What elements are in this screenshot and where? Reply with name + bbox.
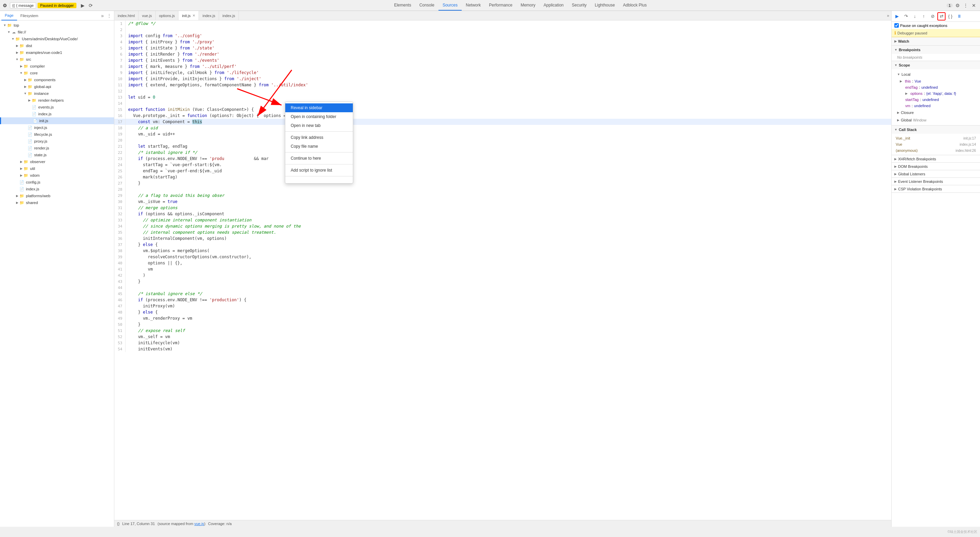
code-line-26: 26 mark(startTag) [114,174,891,180]
sidebar-tab-page[interactable]: Page [2,11,17,21]
ctx-item-reveal[interactable]: Reveal in sidebar [285,103,353,112]
ctx-item-copy-link[interactable]: Copy link address [285,133,353,142]
scope-local-row[interactable]: ▼ Local [894,71,977,78]
tree-item-platforms[interactable]: ▶ 📁 platforms/web [0,192,114,199]
tree-item-init-js[interactable]: ▶ 📄 init.js [0,118,114,124]
tree-item-shared[interactable]: ▶ 📁 shared [0,199,114,206]
close-tab-init-js[interactable]: ✕ [192,14,195,17]
tree-item-users[interactable]: ▼ 📁 Users/admin/Desktop/VueCode/ [0,35,114,42]
tree-item-proxy-js[interactable]: ▶ 📄 proxy.js [0,138,114,145]
code-tab-index-html[interactable]: index.html [114,11,138,21]
breakpoints-header[interactable]: ▼ Breakpoints [892,46,980,54]
step-out-btn[interactable]: ↑ [920,12,928,21]
close-devtools-icon[interactable]: ✕ [970,2,977,9]
skip-button[interactable]: ⟳ [88,2,94,9]
js-file-icon-render: 📄 [27,145,33,151]
tree-item-index-js-instance[interactable]: ▶ 📄 index.js [0,111,114,118]
resume-button[interactable]: ▶ [79,2,86,9]
tree-label-platforms: platforms/web [26,194,51,198]
sidebar-menu-btn[interactable]: ⋮ [106,13,113,18]
xhr-breakpoints-section[interactable]: ▶ XHR/fetch Breakpoints [892,155,980,163]
tab-sources[interactable]: Sources [439,0,462,11]
tab-network[interactable]: Network [462,0,485,11]
code-tab-options-js[interactable]: options.js [156,11,178,21]
code-tab-vue-js[interactable]: vue.js [138,11,156,21]
settings-icon[interactable]: ⚙ [954,2,961,9]
pause-btn[interactable]: ⏸ [955,12,963,21]
step-into-btn[interactable]: ↓ [911,12,919,21]
tree-item-util[interactable]: ▶ 📁 util [0,165,114,172]
ctx-item-copy-name[interactable]: Copy file name [285,142,353,151]
tree-item-inject-js[interactable]: ▶ 📄 inject.js [0,124,114,131]
code-line-54: 54 initEvents(vm) [114,346,891,352]
step-over-btn[interactable]: ↷ [902,12,910,21]
tab-security[interactable]: Security [568,0,591,11]
code-line-33: 33 // optimize internal component instan… [114,217,891,223]
tree-item-dist[interactable]: ▶ 📁 dist [0,42,114,49]
tree-item-render-js[interactable]: ▶ 📄 render.js [0,145,114,151]
code-tab-index-js-2[interactable]: index.js [219,11,239,21]
code-line-29: 29 // a flag to avoid this being obser [114,192,891,199]
ctx-item-ignore[interactable]: Add script to ignore list [285,166,353,175]
scope-closure-row[interactable]: ▶ Closure [894,109,977,116]
ctx-item-open-folder[interactable]: Open in containing folder [285,112,353,121]
status-source-mapped: (source mapped from vue.js) [158,522,205,526]
sidebar-tab-filesystem[interactable]: Filesystem [17,11,42,21]
tab-memory[interactable]: Memory [517,0,539,11]
tab-adblock[interactable]: Adblock Plus [619,0,651,11]
tree-item-compiler[interactable]: ▶ 📁 compiler [0,63,114,70]
code-content[interactable]: 1 /* @flow */ 2 3 import config from '..… [114,21,891,520]
tab-console[interactable]: Console [415,0,439,11]
ctx-item-continue[interactable]: Continue to here [285,154,353,163]
tab-lighthouse[interactable]: Lighthouse [591,0,619,11]
tab-application[interactable]: Application [539,0,568,11]
tree-item-config-js[interactable]: ▶ 📄 config.js [0,179,114,186]
tree-item-render-helpers[interactable]: ▶ 📁 render-helpers [0,97,114,104]
scope-global-row[interactable]: ▶ Global Window [894,116,977,124]
tab-performance[interactable]: Performance [485,0,517,11]
pause-exceptions-checkbox[interactable] [894,23,899,28]
source-format-btn[interactable]: { } [946,12,955,21]
tree-item-examples[interactable]: ▶ 📁 examples/vue-code1 [0,49,114,56]
deactivate-breakpoints-btn[interactable]: ⊘ [929,12,937,21]
tree-item-instance[interactable]: ▼ 📁 instance [0,90,114,97]
resume-execution-btn[interactable]: ▶ [893,12,901,21]
context-menu-divider-1 [285,131,353,132]
sidebar-tab-more[interactable]: » [99,13,106,18]
call-stack-header[interactable]: ▼ Call Stack [892,126,980,134]
call-stack-item-vue-init[interactable]: Vue._init init.js:17 [894,135,977,141]
watch-header[interactable]: ▶ Watch [892,37,980,45]
tree-item-lifecycle-js[interactable]: ▶ 📄 lifecycle.js [0,131,114,138]
code-tab-more[interactable]: » [885,13,891,18]
csp-breakpoints-section[interactable]: ▶ CSP Violation Breakpoints [892,185,980,193]
call-stack-item-anonymous[interactable]: (anonymous) index.html:26 [894,148,977,154]
event-listener-breakpoints-section[interactable]: ▶ Event Listener Breakpoints [892,178,980,185]
watch-section: ▶ Watch [892,37,980,46]
tree-item-events-js[interactable]: ▶ 📄 events.js [0,104,114,111]
code-tab-init-js[interactable]: init.js ✕ [178,11,199,21]
code-tab-index-js-1[interactable]: index.js [199,11,219,21]
ctx-item-save[interactable] [285,178,353,182]
tree-item-observer[interactable]: ▶ 📁 observer [0,158,114,165]
tree-item-state-js[interactable]: ▶ 📄 state.js [0,151,114,158]
tree-label-util: util [30,167,35,171]
tree-item-file[interactable]: ▼ ☁ file:// [0,29,114,35]
tree-item-core[interactable]: ▼ 📁 core [0,70,114,76]
scope-local-arrow: ▼ [897,73,900,76]
dom-breakpoints-section[interactable]: ▶ DOM Breakpoints [892,163,980,170]
tree-item-top[interactable]: ▼ 📁 top [0,22,114,29]
tree-item-src[interactable]: ▼ 📁 src [0,56,114,63]
global-listeners-section[interactable]: ▶ Global Listeners [892,170,980,178]
more-options-icon[interactable]: ⋮ [962,2,969,9]
step-backward-btn[interactable]: ⇄ [937,12,945,21]
tree-item-global-api[interactable]: ▶ 📁 global-api [0,83,114,90]
tree-item-index-js-src[interactable]: ▶ 📄 index.js [0,186,114,192]
ctx-item-open-new-tab[interactable]: Open in new tab [285,121,353,130]
call-stack-item-vue[interactable]: Vue index.js:14 [894,141,977,148]
source-file-link[interactable]: vue.js [194,522,204,526]
tree-item-vdom[interactable]: ▶ 📁 vdom [0,172,114,179]
scope-header[interactable]: ▼ Scope [892,61,980,69]
tab-elements[interactable]: Elements [390,0,415,11]
tree-item-components[interactable]: ▶ 📁 components [0,76,114,83]
tree-arrow-examples: ▶ [15,51,19,54]
